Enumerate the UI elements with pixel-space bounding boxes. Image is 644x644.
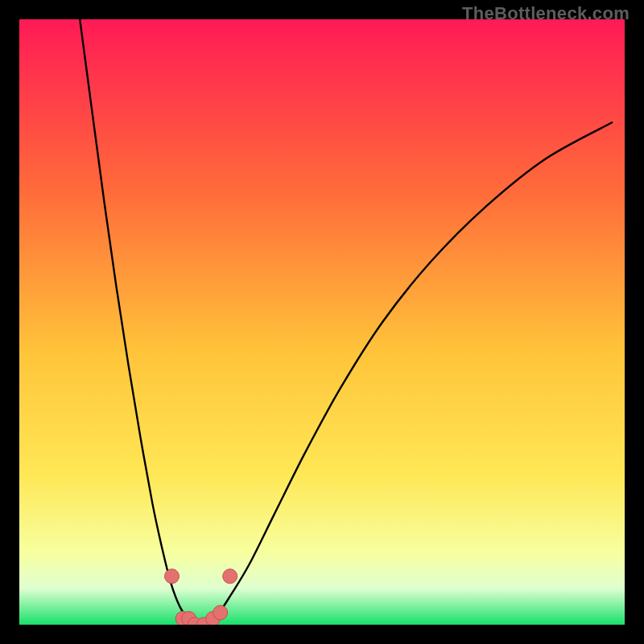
data-marker (165, 569, 180, 584)
data-marker (223, 569, 237, 584)
watermark-text: TheBottleneck.com (462, 3, 630, 24)
gradient-background (19, 19, 625, 625)
bottleneck-chart (19, 19, 625, 625)
chart-frame (19, 19, 625, 625)
data-marker (213, 605, 228, 620)
